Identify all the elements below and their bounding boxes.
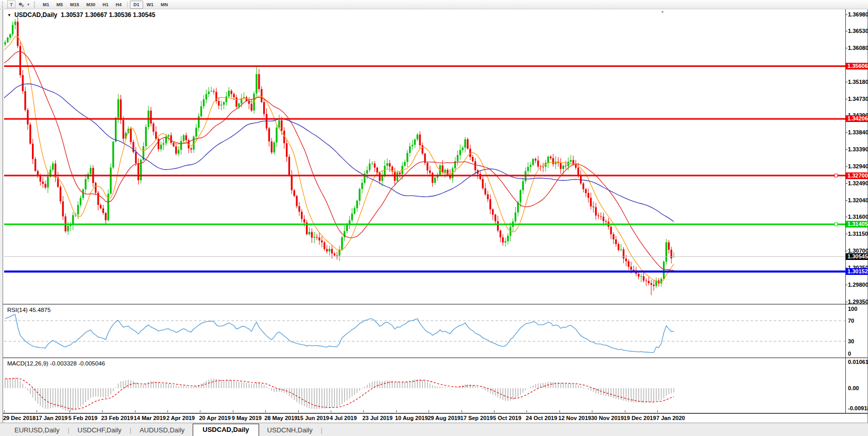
chart-ohlc-readout: ▼USDCAD,Daily 1.30537 1.30667 1.30536 1.…: [7, 11, 155, 19]
toolbar-separator: [127, 2, 128, 8]
timeframe-button-h1[interactable]: H1: [99, 1, 112, 9]
price-axis-label: 1.34730: [848, 96, 868, 102]
chart-tab-usdcad[interactable]: USDCAD,Daily: [193, 424, 259, 436]
price-level-badge: 1.30545: [846, 253, 868, 260]
rsi-axis-label: 0: [848, 351, 851, 357]
rsi-panel-canvas[interactable]: [4, 305, 845, 357]
date-axis-label: 24 Oct 2019: [525, 415, 557, 421]
timeframe-button-w1[interactable]: W1: [143, 1, 158, 9]
rsi-axis-label: 100: [848, 306, 857, 312]
price-axis-tick: [845, 234, 847, 234]
date-axis-tick: [526, 410, 527, 412]
date-axis-tick: [200, 410, 200, 412]
chart-tab-usdcnh[interactable]: USDCNH,Daily: [259, 424, 321, 436]
price-axis-tick: [845, 31, 847, 31]
date-axis-tick: [559, 410, 560, 412]
price-axis-label: 1.29350: [848, 299, 868, 305]
price-axis-label: 1.33390: [848, 146, 868, 152]
price-axis-label: 1.30700: [848, 248, 868, 254]
date-axis-tick: [657, 410, 658, 412]
chart-shift-marker-icon[interactable]: ▼: [660, 10, 665, 14]
price-axis-tick: [845, 217, 847, 217]
price-axis-tick: [845, 166, 847, 167]
chevron-down-icon[interactable]: ▼: [27, 3, 30, 6]
price-level-badge: 1.35606: [846, 63, 868, 69]
price-level-badge: 1.32700: [846, 172, 868, 179]
price-axis-tick: [845, 132, 847, 133]
timeframe-button-m1[interactable]: M1: [39, 1, 53, 9]
price-axis-line: [845, 9, 846, 413]
arrange-arrows-icon[interactable]: [18, 2, 25, 8]
chart-tab-audusd[interactable]: AUDUSD,Daily: [131, 424, 193, 436]
macd-panel-canvas[interactable]: [4, 358, 845, 413]
price-axis-label: 1.36980: [848, 11, 868, 18]
date-axis-label: 28 May 2019: [264, 415, 297, 421]
macd-axis-label: -0.009181: [848, 405, 868, 411]
timeframe-button-m5[interactable]: M5: [53, 1, 66, 9]
timeframe-button-m15[interactable]: M15: [66, 1, 83, 9]
price-level-badge: 1.30152: [846, 268, 868, 275]
timeframe-button-m30[interactable]: M30: [83, 1, 99, 9]
date-axis-label: 2 Apr 2019: [166, 415, 195, 421]
date-axis-tick: [363, 410, 364, 412]
price-axis-label: 1.31600: [848, 214, 868, 220]
date-axis-label: 14 Mar 2019: [134, 415, 166, 421]
date-axis-tick: [233, 410, 233, 412]
chart-tab-usdchf[interactable]: USDCHF,Daily: [70, 424, 130, 436]
date-axis-label: 7 Jan 2020: [656, 415, 685, 421]
price-axis-label: 1.36080: [848, 45, 868, 51]
date-axis-tick: [37, 410, 37, 412]
main-chart-canvas[interactable]: [4, 9, 845, 304]
timeframe-button-d1[interactable]: D1: [130, 1, 143, 9]
toolbar-grip[interactable]: [34, 2, 38, 8]
text-label-tool-button[interactable]: T: [7, 1, 15, 8]
timeframe-button-h4[interactable]: H4: [112, 1, 126, 9]
price-axis-label: 1.31150: [848, 231, 868, 237]
date-axis-label: 19 Dec 2019: [624, 415, 656, 421]
price-axis-tick: [845, 183, 847, 184]
price-axis-tick: [845, 14, 847, 15]
rsi-indicator-label: RSI(14) 45.4875: [7, 307, 50, 313]
price-axis-tick: [845, 302, 847, 302]
date-axis-tick: [70, 410, 70, 412]
date-axis-label: 17 Sep 2019: [461, 415, 493, 421]
macd-indicator-label: MACD(12,26,9) -0.003328 -0.005046: [7, 360, 105, 367]
price-level-badge: 1.31405: [846, 221, 868, 228]
date-axis-label: 5 Oct 2019: [493, 415, 521, 421]
date-axis-tick: [494, 410, 495, 412]
date-axis-label: 29 Dec 2018: [3, 415, 36, 421]
tab-separator: |: [321, 427, 322, 436]
date-axis-tick: [135, 410, 135, 412]
price-axis-label: 1.36530: [848, 28, 868, 34]
date-axis-label: 9 May 2019: [232, 415, 262, 421]
rsi-axis-label: 70: [848, 318, 854, 324]
date-axis-tick: [462, 410, 462, 412]
price-axis-tick: [845, 149, 847, 150]
date-axis-label: 4 Jul 2019: [330, 415, 357, 421]
price-axis-label: 1.29800: [848, 282, 868, 288]
toolbar-grip[interactable]: [2, 2, 6, 8]
timeframe-button-mn[interactable]: MN: [157, 1, 172, 9]
date-axis-tick: [429, 410, 429, 412]
chart-tab-eurusd[interactable]: EURUSD,Daily: [6, 424, 67, 436]
date-axis-label: 29 Aug 2019: [428, 415, 461, 421]
date-axis-label: 23 Jul 2019: [362, 415, 393, 421]
rsi-axis-label: 30: [848, 338, 854, 344]
price-level-badge: 1.34206: [846, 115, 868, 122]
date-axis-tick: [592, 410, 592, 412]
price-axis-label: 1.32940: [848, 163, 868, 169]
price-axis-tick: [845, 251, 847, 251]
price-axis-label: 1.32490: [848, 180, 868, 186]
date-axis-tick: [331, 410, 331, 412]
date-axis-label: 15 Jun 2019: [297, 415, 329, 421]
chart-tab-bar: EURUSD,Daily|USDCHF,Daily|AUDUSD,DailyUS…: [0, 423, 868, 436]
symbol-dropdown-caret-icon[interactable]: ▼: [7, 13, 11, 18]
date-axis-label: 12 Nov 2019: [558, 415, 591, 421]
macd-axis-label: 0.00: [848, 385, 859, 391]
date-axis-label: 20 Apr 2019: [199, 415, 230, 421]
date-axis-label: 17 Jan 2019: [36, 415, 67, 421]
price-axis-tick: [845, 82, 847, 82]
price-axis-tick: [845, 285, 847, 285]
date-axis-tick: [625, 410, 625, 412]
price-axis-label: 1.35180: [848, 79, 868, 85]
